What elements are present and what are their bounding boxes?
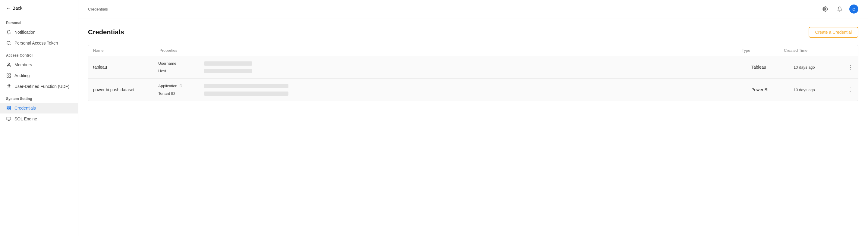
col-header-created-time: Created Time [784,48,838,53]
more-options-button[interactable]: ⋮ [845,85,856,94]
fx-icon [6,84,11,89]
table-header-row: Name Properties Type Created Time [88,45,858,56]
sidebar-item-personal-access-token[interactable]: Personal Access Token [0,38,78,48]
prop-value-blurred [204,84,288,88]
prop-row: Tenant ID [155,90,747,97]
svg-rect-4 [9,74,10,75]
svg-point-18 [825,8,826,10]
svg-rect-5 [9,76,10,77]
credential-properties: Application ID Tenant ID [155,78,747,101]
col-header-name: Name [93,48,159,53]
sidebar-item-label: Members [14,62,32,67]
svg-rect-12 [9,106,10,108]
sidebar-section-personal: Personal [0,16,78,27]
svg-rect-14 [7,108,8,110]
key-icon [6,40,11,46]
sidebar-item-label: Personal Access Token [14,41,58,45]
credential-name: tableau [88,59,155,75]
prop-row: Application ID [155,82,747,90]
prop-label: Host [158,69,200,73]
row-actions: ⋮ [843,63,858,72]
bell-icon [6,30,11,35]
table-row: power bi push dataset Application ID Ten… [88,78,858,101]
sidebar-item-label: SQL Engine [14,116,37,121]
notifications-button[interactable] [835,4,844,14]
content-area: Credentials Create a Credential Name Pro… [79,19,868,236]
back-arrow-icon: ← [6,5,10,10]
sidebar-item-auditing[interactable]: Auditing [0,70,78,81]
topbar-actions: C [820,4,858,14]
sidebar: ← Back Personal Notification Personal Ac… [0,0,79,236]
sidebar-item-udf[interactable]: User-Defined Function (UDF) [0,81,78,92]
back-button[interactable]: ← Back [0,0,78,16]
svg-point-2 [8,63,9,64]
sidebar-item-sql-engine[interactable]: SQL Engine [0,113,78,124]
credential-name: power bi push dataset [88,81,155,98]
svg-rect-6 [7,76,8,77]
col-header-properties: Properties [159,48,742,53]
audit-icon [6,73,11,78]
col-header-type: Type [742,48,784,53]
breadcrumb: Credentials [88,7,108,11]
prop-label: Application ID [158,84,200,88]
prop-value-blurred [204,92,288,96]
sidebar-item-label: Notification [14,30,35,35]
monitor-icon [6,116,11,122]
sidebar-item-credentials[interactable]: Credentials [0,103,78,113]
sidebar-section-access-control: Access Control [0,48,78,59]
svg-rect-15 [7,117,10,120]
table-row: tableau Username Host Tableau 10 days ag… [88,56,858,78]
sidebar-item-label: Auditing [14,73,30,78]
page-title-text: Credentials [88,28,124,36]
credential-type: Tableau [747,65,789,70]
avatar[interactable]: C [849,4,858,13]
svg-rect-3 [7,74,8,75]
row-actions: ⋮ [843,85,858,94]
prop-label: Username [158,61,200,66]
prop-label: Tenant ID [158,91,200,96]
credentials-table: Name Properties Type Created Time tablea… [88,45,858,101]
sidebar-item-label: Credentials [14,106,36,110]
credential-created-time: 10 days ago [789,88,843,92]
credential-created-time: 10 days ago [789,65,843,70]
prop-row: Username [155,60,747,67]
prop-row: Host [155,67,747,75]
svg-line-9 [8,85,8,88]
main-content: Credentials C Credentials Create a Crede… [79,0,868,236]
create-credential-button[interactable]: Create a Credential [809,27,858,38]
svg-line-10 [9,85,9,88]
credential-type: Power BI [747,87,789,92]
prop-value-blurred [204,69,252,73]
topbar: Credentials C [79,0,868,19]
svg-rect-13 [9,108,10,110]
sidebar-item-notification[interactable]: Notification [0,27,78,38]
person-icon [6,62,11,67]
grid-icon [6,105,11,111]
prop-value-blurred [204,61,252,66]
credential-properties: Username Host [155,56,747,78]
svg-line-1 [10,44,10,45]
svg-rect-11 [7,106,8,108]
sidebar-item-label: User-Defined Function (UDF) [14,84,69,89]
page-title-row: Credentials Create a Credential [88,27,858,38]
more-options-button[interactable]: ⋮ [845,63,856,72]
back-label: Back [12,5,22,10]
sidebar-item-members[interactable]: Members [0,59,78,70]
settings-button[interactable] [820,4,830,14]
sidebar-section-system-setting: System Setting [0,92,78,103]
col-header-actions [838,48,853,53]
